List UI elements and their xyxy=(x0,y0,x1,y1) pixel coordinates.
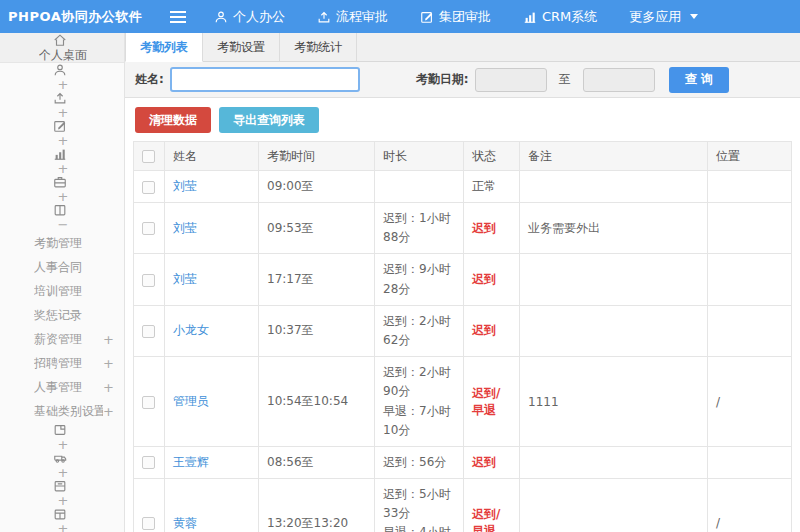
row-checkbox[interactable] xyxy=(142,222,155,235)
select-all-checkbox[interactable] xyxy=(142,150,155,163)
duration-line: 早退：7小时10分 xyxy=(383,402,455,440)
tab-1[interactable]: 考勤设置 xyxy=(203,33,280,61)
sidebar-item-label: 奖惩记录 xyxy=(34,307,114,324)
edit-icon xyxy=(53,119,73,133)
cell-location xyxy=(708,203,792,254)
expand-icon[interactable]: + xyxy=(58,437,69,451)
expand-icon[interactable]: + xyxy=(58,493,69,507)
sidebar-item-label: 招聘管理 xyxy=(34,355,103,372)
hamburger-menu-icon[interactable] xyxy=(158,10,198,24)
sidebar-item-label: 培训管理 xyxy=(34,283,114,300)
sidebar-item-17[interactable]: 档案管理+ xyxy=(0,479,124,507)
expand-icon[interactable]: + xyxy=(58,105,69,119)
nav-item-2[interactable]: 集团审批 xyxy=(404,0,507,33)
app-logo: PHPOA协同办公软件 xyxy=(0,8,128,26)
expand-icon[interactable]: + xyxy=(58,77,69,91)
flow-icon xyxy=(317,10,331,24)
sidebar-item-9[interactable]: 培训管理 xyxy=(0,279,124,303)
sidebar-item-3[interactable]: 集团审批+ xyxy=(0,119,124,147)
row-checkbox[interactable] xyxy=(142,274,155,287)
sidebar-item-12[interactable]: 招聘管理+ xyxy=(0,351,124,375)
cell-status: 正常 xyxy=(464,171,520,203)
clean-data-button[interactable]: 清理数据 xyxy=(135,107,211,133)
duration-line: 迟到：2小时90分 xyxy=(383,363,455,401)
attendance-table-wrap: 姓名考勤时间时长状态备注位置 刘莹09:00至正常刘莹09:53至迟到：1小时8… xyxy=(125,141,800,532)
cell-status: 迟到 xyxy=(464,203,520,254)
duration-line: 迟到：5小时33分 xyxy=(383,485,455,523)
cell-time: 17:17至 xyxy=(259,254,375,305)
duration-line: 迟到：1小时88分 xyxy=(383,209,455,247)
nav-item-label: 流程审批 xyxy=(336,8,388,26)
table-row: 刘莹09:00至正常 xyxy=(134,171,792,203)
expand-icon[interactable]: + xyxy=(58,521,69,532)
duration-line: 迟到：2小时62分 xyxy=(383,312,455,350)
cell-name[interactable]: 刘莹 xyxy=(165,254,259,305)
expand-icon[interactable]: + xyxy=(58,465,69,479)
cell-name[interactable]: 刘莹 xyxy=(165,203,259,254)
nav-item-1[interactable]: 流程审批 xyxy=(301,0,404,33)
date-to-input[interactable] xyxy=(583,68,655,92)
sidebar-item-16[interactable]: 用车管理+ xyxy=(0,451,124,479)
table-row: 刘莹17:17至迟到：9小时28分迟到 xyxy=(134,254,792,305)
column-header-5: 位置 xyxy=(708,142,792,171)
row-checkbox[interactable] xyxy=(142,396,155,409)
row-checkbox[interactable] xyxy=(142,456,155,469)
sidebar-item-7[interactable]: 考勤管理 xyxy=(0,231,124,255)
expand-icon[interactable]: + xyxy=(58,133,69,147)
cell-duration: 迟到：5小时33分早退：4小时67分 xyxy=(375,479,464,532)
sidebar-item-13[interactable]: 人事管理+ xyxy=(0,375,124,399)
name-filter-input[interactable] xyxy=(170,67,360,92)
row-checkbox[interactable] xyxy=(142,181,155,194)
sidebar-item-6[interactable]: 人力资源− xyxy=(0,203,124,231)
cell-duration: 迟到：2小时90分早退：7小时10分 xyxy=(375,357,464,447)
nav-item-label: 集团审批 xyxy=(439,8,491,26)
user-icon xyxy=(214,10,228,24)
export-list-button[interactable]: 导出查询列表 xyxy=(219,107,319,133)
expand-icon[interactable]: + xyxy=(58,161,69,175)
duration-line: 迟到：9小时28分 xyxy=(383,260,455,298)
sidebar-item-14[interactable]: 基础类别设置+ xyxy=(0,399,124,423)
table-row: 黄蓉13:20至13:20迟到：5小时33分早退：4小时67分迟到/早退/ xyxy=(134,479,792,532)
expand-icon[interactable]: + xyxy=(103,332,114,347)
search-button[interactable]: 查 询 xyxy=(669,67,729,93)
cell-location xyxy=(708,305,792,356)
row-checkbox[interactable] xyxy=(142,517,155,530)
cell-status: 迟到/早退 xyxy=(464,357,520,447)
sidebar-item-4[interactable]: CRM系统+ xyxy=(0,147,124,175)
sidebar-item-5[interactable]: 行政办公+ xyxy=(0,175,124,203)
nav-item-label: CRM系统 xyxy=(542,8,597,26)
cell-name[interactable]: 小龙女 xyxy=(165,305,259,356)
nav-item-4[interactable]: 更多应用 xyxy=(613,0,714,33)
table-row: 刘莹09:53至迟到：1小时88分迟到业务需要外出 xyxy=(134,203,792,254)
sidebar-item-10[interactable]: 奖惩记录 xyxy=(0,303,124,327)
edit-icon xyxy=(420,10,434,24)
expand-icon[interactable]: + xyxy=(103,356,114,371)
tab-0[interactable]: 考勤列表 xyxy=(125,33,203,62)
cell-name[interactable]: 管理员 xyxy=(165,357,259,447)
expand-icon[interactable]: + xyxy=(103,380,114,395)
sidebar-item-15[interactable]: 公文管理+ xyxy=(0,423,124,451)
date-from-input[interactable] xyxy=(475,68,547,92)
nav-item-0[interactable]: 个人办公 xyxy=(198,0,301,33)
expand-icon[interactable]: + xyxy=(58,189,69,203)
sidebar-item-2[interactable]: 流程审批+ xyxy=(0,91,124,119)
car-icon xyxy=(53,451,73,465)
sidebar-item-8[interactable]: 人事合同 xyxy=(0,255,124,279)
action-bar: 清理数据 导出查询列表 xyxy=(125,98,800,141)
cell-name[interactable]: 黄蓉 xyxy=(165,479,259,532)
sidebar-item-1[interactable]: 个人办公+ xyxy=(0,63,124,91)
cell-note xyxy=(520,446,708,478)
nav-item-3[interactable]: CRM系统 xyxy=(507,0,613,33)
sidebar-item-0[interactable]: 个人桌面 xyxy=(0,33,124,63)
row-checkbox[interactable] xyxy=(142,325,155,338)
sidebar-item-label: 薪资管理 xyxy=(34,331,103,348)
tab-2[interactable]: 考勤统计 xyxy=(280,33,357,61)
sidebar-item-18[interactable]: 项目管理+ xyxy=(0,507,124,532)
expand-icon[interactable]: + xyxy=(103,404,114,419)
sidebar-item-11[interactable]: 薪资管理+ xyxy=(0,327,124,351)
collapse-icon[interactable]: − xyxy=(58,217,69,231)
sidebar-item-label: 人事管理 xyxy=(34,379,103,396)
cell-location: / xyxy=(708,357,792,447)
cell-name[interactable]: 王壹辉 xyxy=(165,446,259,478)
cell-name[interactable]: 刘莹 xyxy=(165,171,259,203)
